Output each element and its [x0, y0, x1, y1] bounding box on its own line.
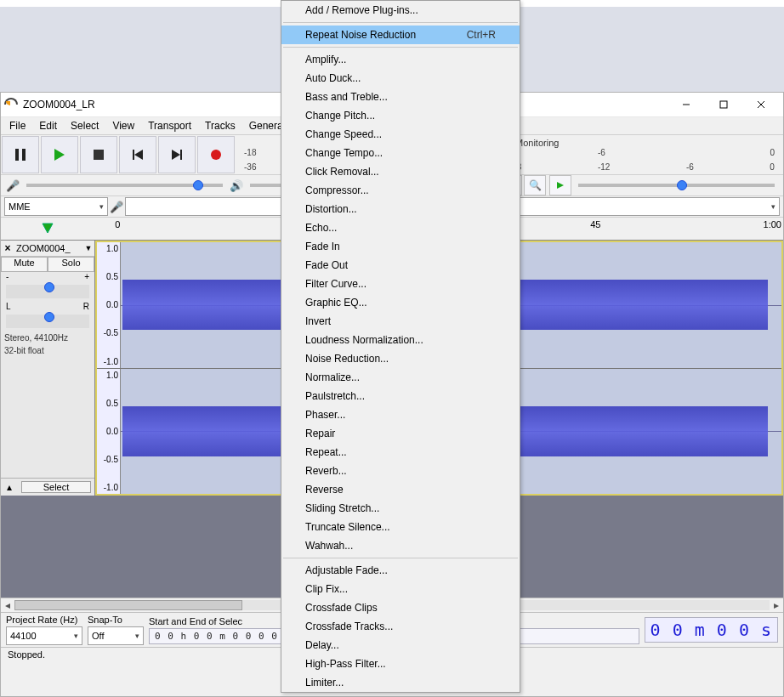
- menu-item[interactable]: Delay...: [281, 636, 520, 654]
- menu-item[interactable]: Change Tempo...: [281, 144, 520, 162]
- menu-item[interactable]: Noise Reduction...: [281, 349, 520, 368]
- record-button[interactable]: [197, 136, 235, 173]
- menu-item[interactable]: Loudness Normalization...: [281, 331, 520, 349]
- svg-marker-6: [54, 149, 65, 161]
- menu-edit[interactable]: Edit: [32, 118, 64, 133]
- menu-select[interactable]: Select: [64, 118, 105, 133]
- menu-item[interactable]: Adjustable Fade...: [281, 561, 520, 580]
- menu-item[interactable]: Change Pitch...: [281, 106, 520, 125]
- track-bitdepth: 32-bit float: [1, 344, 94, 357]
- menu-item[interactable]: Truncate Silence...: [281, 518, 520, 536]
- pause-button[interactable]: [2, 136, 39, 173]
- svg-rect-5: [22, 149, 26, 161]
- svg-rect-8: [133, 150, 134, 160]
- gain-slider[interactable]: [6, 285, 89, 298]
- menu-item[interactable]: Click Removal...: [281, 162, 520, 181]
- menu-view[interactable]: View: [105, 118, 141, 133]
- play-button[interactable]: [41, 136, 78, 173]
- snap-select[interactable]: Off▾: [88, 626, 144, 645]
- menu-item[interactable]: Paulstretch...: [281, 387, 520, 405]
- vertical-scale[interactable]: 1.00.50.0-0.5-1.0: [97, 242, 121, 368]
- svg-marker-9: [134, 150, 143, 160]
- svg-marker-14: [43, 224, 53, 233]
- effect-menu-dropdown: Add / Remove Plug-ins... Repeat Noise Re…: [281, 0, 520, 693]
- svg-marker-10: [172, 150, 180, 160]
- track-close-button[interactable]: ×: [1, 242, 14, 254]
- menu-item[interactable]: Compressor...: [281, 181, 520, 200]
- mic-icon: 🎤: [110, 201, 123, 213]
- menu-item[interactable]: Repeat...: [281, 443, 520, 462]
- menu-item[interactable]: Fade In: [281, 237, 520, 256]
- menu-item[interactable]: Change Speed...: [281, 125, 520, 144]
- minimize-button[interactable]: [668, 94, 705, 115]
- mic-icon: 🎤: [6, 179, 20, 192]
- menu-file[interactable]: File: [3, 118, 32, 133]
- menu-item[interactable]: Invert: [281, 312, 520, 331]
- speaker-icon: 🔊: [230, 179, 243, 192]
- menu-item[interactable]: Phaser...: [281, 405, 520, 424]
- menu-item[interactable]: Limiter...: [281, 673, 520, 692]
- menu-item[interactable]: Crossfade Tracks...: [281, 617, 520, 636]
- pan-slider[interactable]: [6, 314, 89, 328]
- menu-item[interactable]: Sliding Stretch...: [281, 499, 520, 518]
- skip-end-button[interactable]: [158, 136, 196, 173]
- scroll-left-icon[interactable]: ◂: [1, 599, 14, 611]
- menu-item[interactable]: Auto Duck...: [281, 69, 520, 88]
- app-logo-icon: [4, 98, 18, 111]
- menu-item[interactable]: High-Pass Filter...: [281, 654, 520, 673]
- snap-label: Snap-To: [88, 615, 144, 625]
- svg-rect-4: [15, 149, 19, 161]
- audio-host-select[interactable]: MME▾: [4, 197, 108, 216]
- menu-item[interactable]: Reverb...: [281, 462, 520, 480]
- svg-rect-11: [180, 150, 182, 160]
- record-volume-slider[interactable]: [26, 184, 223, 187]
- menu-item[interactable]: Echo...: [281, 218, 520, 237]
- svg-rect-1: [720, 101, 727, 108]
- track-control-panel: × ZOOM0004_ ▼ Mute Solo -+ LR Stereo, 44…: [1, 241, 95, 496]
- maximize-button[interactable]: [705, 94, 742, 115]
- solo-button[interactable]: Solo: [48, 257, 94, 272]
- svg-point-12: [211, 150, 221, 160]
- menu-item[interactable]: Wahwah...: [281, 536, 520, 555]
- menu-item[interactable]: Reverse: [281, 480, 520, 499]
- playback-speed-slider[interactable]: [578, 184, 775, 187]
- fit-project-icon[interactable]: 🔍: [524, 175, 546, 196]
- svg-marker-13: [557, 182, 564, 189]
- track-name[interactable]: ZOOM0004_: [14, 243, 82, 253]
- menu-tracks[interactable]: Tracks: [198, 118, 242, 133]
- track-menu-button[interactable]: ▼: [82, 244, 94, 252]
- menu-item[interactable]: Filter Curve...: [281, 275, 520, 293]
- track-format: Stereo, 44100Hz: [1, 332, 94, 344]
- project-rate-label: Project Rate (Hz): [6, 615, 82, 625]
- track-select-button[interactable]: Select: [21, 481, 91, 493]
- menu-item[interactable]: Repair: [281, 424, 520, 443]
- menu-item-repeat-noise-reduction[interactable]: Repeat Noise Reduction Ctrl+R: [281, 26, 520, 44]
- menu-item[interactable]: Bass and Treble...: [281, 88, 520, 106]
- vertical-scale[interactable]: 1.00.50.0-0.5-1.0: [97, 369, 121, 495]
- collapse-button[interactable]: ▴: [1, 481, 18, 493]
- close-button[interactable]: [742, 94, 780, 115]
- menu-item[interactable]: Graphic EQ...: [281, 293, 520, 312]
- svg-rect-7: [94, 150, 104, 160]
- mute-button[interactable]: Mute: [1, 257, 48, 272]
- project-rate-select[interactable]: 44100▾: [6, 626, 82, 645]
- menu-item[interactable]: Distortion...: [281, 200, 520, 218]
- menu-item[interactable]: Fade Out: [281, 256, 520, 275]
- menu-item[interactable]: Crossfade Clips: [281, 598, 520, 617]
- menu-item[interactable]: Add / Remove Plug-ins...: [281, 1, 520, 20]
- scroll-right-icon[interactable]: ▸: [770, 599, 783, 611]
- menu-transport[interactable]: Transport: [141, 118, 198, 133]
- menu-item[interactable]: Amplify...: [281, 50, 520, 69]
- mini-play-button[interactable]: [549, 175, 571, 196]
- menu-item[interactable]: Clip Fix...: [281, 580, 520, 598]
- audio-position-time[interactable]: 0 0 m 0 0 s: [645, 617, 778, 643]
- stop-button[interactable]: [80, 136, 117, 173]
- skip-start-button[interactable]: [119, 136, 156, 173]
- menu-item[interactable]: Normalize...: [281, 368, 520, 387]
